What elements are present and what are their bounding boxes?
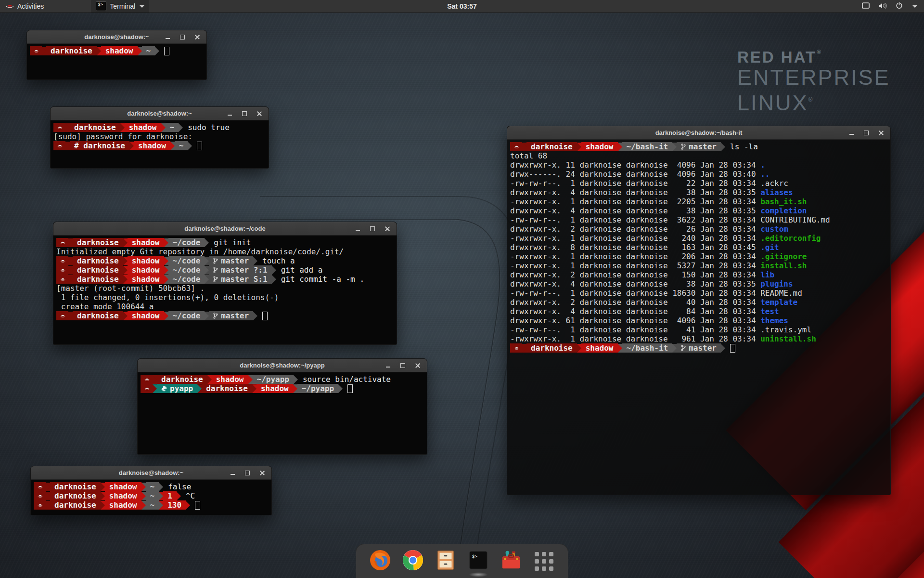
terminal-window-sudo[interactable]: darknoise@shadow:~ darknoiseshadow~sudo … bbox=[50, 106, 269, 169]
caret-down-icon[interactable] bbox=[912, 5, 917, 8]
close-button[interactable] bbox=[414, 362, 421, 369]
prompt-segment-host: shadow bbox=[125, 123, 161, 132]
maximize-button[interactable] bbox=[399, 362, 406, 369]
dock-item-firefox[interactable] bbox=[369, 550, 392, 573]
terminal-content[interactable]: darknoiseshadow~falsedarknoiseshadow~1^C… bbox=[31, 480, 271, 515]
maximize-button[interactable] bbox=[369, 225, 376, 232]
minimize-button[interactable] bbox=[354, 225, 361, 232]
ls-row-name: template bbox=[760, 298, 797, 307]
prompt-line: pyappdarknoiseshadow~/pyapp bbox=[141, 384, 424, 393]
powerline-separator bbox=[272, 266, 276, 275]
maximize-button[interactable] bbox=[179, 34, 186, 40]
prompt-segment-host: shadow bbox=[101, 46, 138, 55]
powerline-separator bbox=[141, 501, 146, 510]
titlebar[interactable]: darknoise@shadow:~ bbox=[51, 107, 269, 120]
titlebar[interactable]: darknoise@shadow:~/pyapp bbox=[138, 359, 427, 372]
prompt-segment-distro bbox=[510, 142, 522, 151]
titlebar[interactable]: darknoise@shadow:~/bash-it bbox=[507, 126, 890, 140]
volume-icon[interactable] bbox=[878, 2, 887, 11]
terminal-content[interactable]: darknoiseshadow~ bbox=[27, 44, 206, 79]
terminal-window-home-2[interactable]: darknoise@shadow:~ darknoiseshadow~false… bbox=[30, 466, 272, 515]
close-button[interactable] bbox=[384, 225, 391, 232]
prompt-segment-user: darknoise bbox=[73, 238, 123, 247]
dock-item-terminal[interactable]: $> bbox=[467, 550, 490, 573]
titlebar[interactable]: darknoise@shadow:~ bbox=[31, 466, 271, 480]
ls-row-name: aliases bbox=[760, 188, 793, 197]
terminal-cursor bbox=[347, 384, 353, 393]
titlebar[interactable]: darknoise@shadow:~ bbox=[27, 30, 206, 44]
powerline-separator bbox=[101, 483, 105, 491]
close-button[interactable] bbox=[194, 34, 201, 40]
dock-item-toolbox[interactable] bbox=[500, 550, 523, 573]
close-button[interactable] bbox=[878, 130, 885, 136]
terminal-content[interactable]: darknoiseshadow~/pyappsource bin/activat… bbox=[138, 372, 427, 454]
terminal-content[interactable]: darknoiseshadow~/codegit initInitialized… bbox=[53, 236, 397, 344]
powerline-separator bbox=[161, 123, 166, 132]
prompt-segment-host: shadow bbox=[105, 491, 141, 500]
terminal-content[interactable]: darknoiseshadow~/bash-itmasterls -latota… bbox=[507, 140, 890, 495]
prompt-line: darknoiseshadow~/codemaster bbox=[56, 311, 394, 320]
dock-item-chrome[interactable] bbox=[401, 550, 424, 573]
powerline-separator bbox=[338, 384, 343, 393]
file-manager-icon bbox=[435, 549, 457, 573]
prompt-segment-user: darknoise bbox=[73, 311, 123, 320]
powerline-separator bbox=[159, 492, 163, 500]
power-icon[interactable] bbox=[896, 2, 903, 11]
prompt-segment-user: # darknoise bbox=[70, 141, 129, 150]
powerline-separator bbox=[164, 238, 168, 247]
powerline-separator bbox=[68, 266, 73, 275]
maximize-button[interactable] bbox=[241, 110, 248, 117]
prompt-line: darknoiseshadow~/pyappsource bin/activat… bbox=[141, 375, 424, 384]
prompt-line: darknoiseshadow~ bbox=[30, 46, 204, 55]
prompt-segment-user: darknoise bbox=[73, 256, 123, 265]
minimize-button[interactable] bbox=[385, 362, 391, 369]
titlebar[interactable]: darknoise@shadow:~/code bbox=[53, 222, 397, 236]
redhat-icon bbox=[60, 276, 66, 282]
maximize-button[interactable] bbox=[863, 130, 870, 136]
terminal-window-pyapp[interactable]: darknoise@shadow:~/pyapp darknoiseshadow… bbox=[137, 358, 427, 455]
prompt-line: darknoiseshadow~/codegit init bbox=[56, 238, 394, 247]
screen-icon[interactable] bbox=[862, 2, 870, 10]
minimize-button[interactable] bbox=[164, 34, 171, 40]
ls-row: drwxrwxr-x. 11 darknoise darknoise 4096 … bbox=[510, 160, 887, 170]
dock-item-files[interactable] bbox=[434, 550, 457, 573]
terminal-window-code[interactable]: darknoise@shadow:~/code darknoiseshadow~… bbox=[53, 222, 397, 345]
activities-button[interactable]: Activities bbox=[0, 0, 50, 13]
terminal-window-bash-it[interactable]: darknoise@shadow:~/bash-it darknoiseshad… bbox=[507, 126, 891, 495]
ls-row: drwxrwxr-x. 2 darknoise darknoise 150 Ja… bbox=[510, 270, 887, 279]
terminal-content[interactable]: darknoiseshadow~sudo true[sudo] password… bbox=[51, 120, 269, 168]
prompt-segment-venv: pyapp bbox=[157, 384, 197, 393]
prompt-segment-branch: master ?:1 bbox=[209, 265, 271, 275]
close-button[interactable] bbox=[256, 110, 263, 117]
ls-row-name: install.sh bbox=[760, 261, 807, 270]
prompt-segment-user: darknoise bbox=[202, 384, 252, 393]
minimize-button[interactable] bbox=[848, 130, 855, 136]
command-text: false bbox=[163, 482, 191, 491]
powerline-separator bbox=[177, 492, 181, 500]
prompt-segment-host: shadow bbox=[128, 265, 164, 275]
powerline-separator bbox=[205, 257, 209, 265]
prompt-segment-user: darknoise bbox=[50, 491, 101, 500]
dock: $> bbox=[356, 544, 568, 578]
focused-app-menu[interactable]: $> Terminal bbox=[91, 0, 149, 13]
prompt-segment-branch: master bbox=[677, 343, 721, 353]
svg-text:$>: $> bbox=[472, 553, 478, 559]
rhel-branding: RED HAT® ENTERPRISE LINUX® bbox=[737, 48, 890, 114]
branding-line2: ENTERPRISE bbox=[737, 66, 890, 89]
ls-row-name: .ackrc bbox=[760, 179, 788, 188]
terminal-window-home-1[interactable]: darknoise@shadow:~ darknoiseshadow~ bbox=[26, 30, 207, 80]
close-button[interactable] bbox=[259, 470, 266, 476]
prompt-segment-branch: master bbox=[677, 142, 721, 151]
command-text: git init bbox=[209, 238, 251, 247]
powerline-separator bbox=[42, 47, 46, 55]
ls-row-name: lib bbox=[760, 270, 774, 279]
maximize-button[interactable] bbox=[244, 470, 251, 476]
ls-row-meta: -rwxrwxr-x. 1 darknoise darknoise 206 Ja… bbox=[510, 252, 760, 261]
dock-item-app-grid[interactable] bbox=[532, 550, 555, 573]
minimize-button[interactable] bbox=[226, 110, 233, 117]
minimize-button[interactable] bbox=[229, 470, 236, 476]
powerline-separator bbox=[618, 143, 622, 151]
powerline-separator bbox=[577, 344, 581, 353]
powerline-separator bbox=[129, 142, 134, 150]
prompt-segment-path: ~/pyapp bbox=[253, 375, 294, 384]
